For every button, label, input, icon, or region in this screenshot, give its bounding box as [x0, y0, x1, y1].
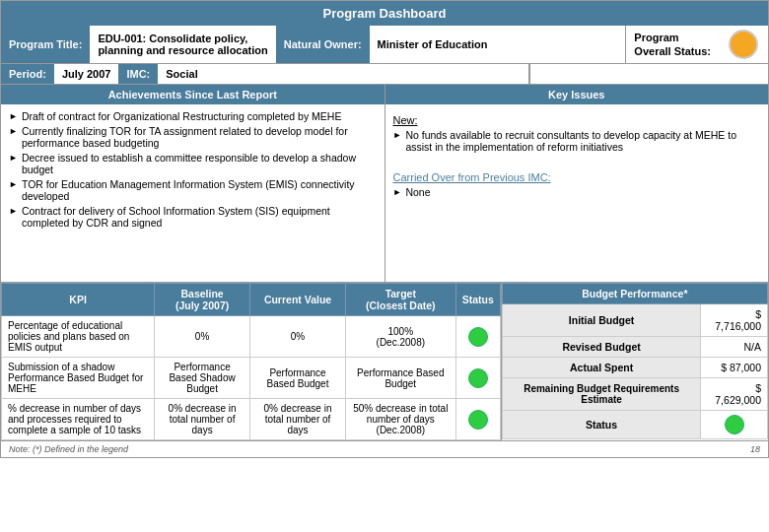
- status-dot-green-2: [468, 368, 488, 388]
- kpi-row1-baseline: 0%: [155, 316, 250, 358]
- kpi-section: KPI Baseline(July 2007) Current Value Ta…: [1, 283, 768, 441]
- kpi-row3-current: 0% decrease in total number of days: [250, 399, 346, 440]
- budget-status-row: Status: [502, 411, 767, 439]
- key-issues-section: Key Issues New: ► No funds available to …: [385, 85, 769, 282]
- kpi-row-2: Submission of a shadow Performance Based…: [2, 358, 501, 399]
- kpi-row1-kpi: Percentage of educational policies and p…: [2, 316, 155, 358]
- bullet-arrow-2: ►: [9, 126, 18, 136]
- period-label: Period:: [1, 64, 54, 84]
- achievement-5: ► Contract for delivery of School Inform…: [9, 205, 377, 229]
- kpi-row2-kpi: Submission of a shadow Performance Based…: [2, 358, 155, 399]
- kpi-row3-target: 50% decrease in total number of days (De…: [345, 399, 455, 440]
- period-left: Period: July 2007 IMC: Social: [1, 64, 529, 84]
- budget-status-dot: [725, 415, 744, 434]
- baseline-col-header: Baseline(July 2007): [155, 284, 250, 316]
- budget-table-wrapper: Budget Performance* Initial Budget $ 7,7…: [502, 283, 768, 440]
- remaining-budget-label: Remaining Budget Requirements Estimate: [502, 378, 701, 411]
- sections-row: Achievements Since Last Report ► Draft o…: [1, 85, 768, 283]
- natural-owner-value: Minister of Education: [370, 26, 496, 63]
- kpi-row2-target: Performance Based Budget: [345, 358, 455, 399]
- imc-label: IMC:: [118, 64, 158, 84]
- actual-spent-label: Actual Spent: [502, 358, 701, 378]
- kpi-table: KPI Baseline(July 2007) Current Value Ta…: [1, 283, 501, 440]
- program-title-value: EDU-001: Consolidate policy, planning an…: [90, 26, 275, 63]
- imc-value: Social: [158, 64, 205, 84]
- bullet-arrow-1: ►: [9, 111, 18, 121]
- ki-carried-bullet-1: ►: [393, 187, 402, 197]
- budget-status-label: Status: [502, 411, 701, 439]
- budget-row-actual: Actual Spent $ 87,000: [502, 358, 767, 378]
- target-col-header: Target(Closest Date): [345, 284, 455, 316]
- kpi-row1-current: 0%: [250, 316, 346, 358]
- natural-owner-label: Natural Owner:: [276, 26, 370, 63]
- kpi-table-wrapper: KPI Baseline(July 2007) Current Value Ta…: [1, 283, 502, 440]
- dashboard-container: Program Dashboard Program Title: EDU-001…: [0, 0, 769, 458]
- initial-budget-value: $ 7,716,000: [701, 304, 768, 337]
- overall-status-label: Program Overall Status:: [634, 31, 711, 59]
- overall-status-circle: [729, 30, 758, 59]
- kpi-row2-baseline: Performance Based Shadow Budget: [155, 358, 250, 399]
- kpi-row2-status: [455, 358, 500, 399]
- actual-spent-value: $ 87,000: [701, 358, 768, 378]
- key-issues-carried-label: Carried Over from Previous IMC:: [393, 171, 761, 183]
- achievement-4: ► TOR for Education Management Informati…: [9, 178, 377, 202]
- budget-row-remaining: Remaining Budget Requirements Estimate $…: [502, 378, 767, 411]
- achievements-header: Achievements Since Last Report: [1, 85, 384, 104]
- dashboard-title: Program Dashboard: [323, 6, 447, 21]
- budget-row-initial: Initial Budget $ 7,716,000: [502, 304, 767, 337]
- remaining-budget-value: $ 7,629,000: [701, 378, 768, 411]
- bullet-arrow-4: ►: [9, 179, 18, 189]
- footer-note: Note: (*) Defined in the legend: [9, 444, 128, 454]
- key-issues-new-label: New:: [393, 114, 761, 126]
- ki-bullet-1: ►: [393, 130, 402, 140]
- kpi-row3-status: [455, 399, 500, 440]
- kpi-row2-current: Performance Based Budget: [250, 358, 346, 399]
- achievements-content: ► Draft of contract for Organizational R…: [1, 104, 384, 282]
- period-row: Period: July 2007 IMC: Social: [1, 64, 768, 85]
- kpi-row3-kpi: % decrease in number of days and process…: [2, 399, 155, 440]
- overall-status-indicator: [719, 26, 768, 63]
- program-title-label: Program Title:: [1, 26, 90, 63]
- status-dot-green-1: [468, 327, 488, 347]
- period-value: July 2007: [54, 64, 119, 84]
- achievement-2: ► Currently finalizing TOR for TA assign…: [9, 125, 377, 149]
- program-info-left: Program Title: EDU-001: Consolidate poli…: [1, 26, 626, 63]
- dashboard-header: Program Dashboard: [1, 1, 768, 26]
- key-issues-content: New: ► No funds available to recruit con…: [385, 104, 769, 282]
- revised-budget-value: N/A: [701, 337, 768, 358]
- kpi-col-header: KPI: [2, 284, 155, 316]
- bullet-arrow-5: ►: [9, 206, 18, 216]
- key-issues-header: Key Issues: [385, 85, 769, 104]
- budget-status-indicator: [701, 411, 768, 439]
- budget-row-revised: Revised Budget N/A: [502, 337, 767, 358]
- achievements-section: Achievements Since Last Report ► Draft o…: [1, 85, 385, 282]
- budget-table: Budget Performance* Initial Budget $ 7,7…: [502, 283, 768, 439]
- footer: Note: (*) Defined in the legend 18: [1, 441, 768, 457]
- key-issue-carried-1: ► None: [393, 186, 761, 198]
- achievement-3: ► Decree issued to establish a committee…: [9, 152, 377, 175]
- kpi-row1-target: 100%(Dec.2008): [345, 316, 455, 358]
- kpi-row-3: % decrease in number of days and process…: [2, 399, 501, 440]
- status-dot-green-3: [468, 410, 488, 430]
- kpi-row-1: Percentage of educational policies and p…: [2, 316, 501, 358]
- current-col-header: Current Value: [250, 284, 346, 316]
- program-title-text: EDU-001: Consolidate policy, planning an…: [98, 33, 267, 56]
- budget-header: Budget Performance*: [502, 284, 767, 304]
- key-issue-1: ► No funds available to recruit consulta…: [393, 129, 761, 153]
- initial-budget-label: Initial Budget: [502, 304, 701, 337]
- status-col-header: Status: [455, 284, 500, 316]
- revised-budget-label: Revised Budget: [502, 337, 701, 358]
- kpi-row1-status: [455, 316, 500, 358]
- footer-page: 18: [750, 444, 760, 454]
- kpi-row3-baseline: 0% decrease in total number of days: [155, 399, 250, 440]
- program-info-row: Program Title: EDU-001: Consolidate poli…: [1, 26, 768, 64]
- bullet-arrow-3: ►: [9, 153, 18, 163]
- overall-status-wrapper: Program Overall Status:: [626, 26, 719, 63]
- achievement-1: ► Draft of contract for Organizational R…: [9, 110, 377, 122]
